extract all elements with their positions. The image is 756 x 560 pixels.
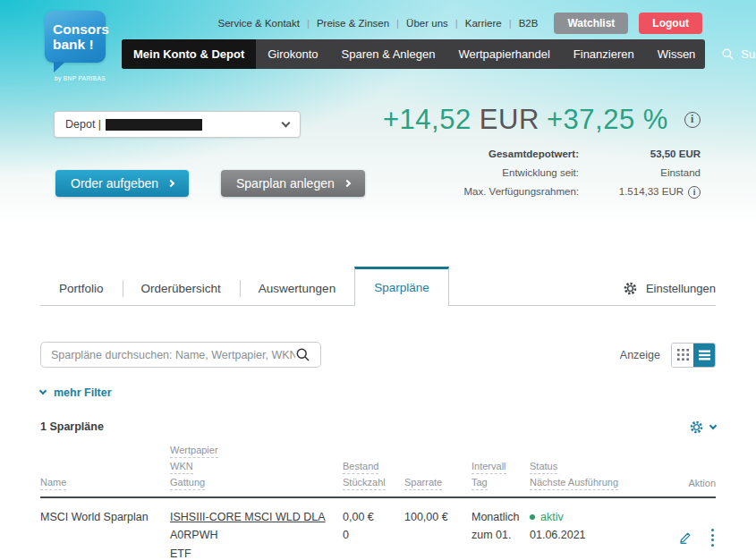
tab-orderuebersicht[interactable]: Orderübersicht bbox=[123, 272, 240, 305]
cell-wertpapier: ISHSIII-CORE MSCI WLD DLA A0RPWH ETF bbox=[170, 510, 343, 560]
sort-wertpapier[interactable]: Wertpapier bbox=[170, 445, 218, 458]
count-row: 1 Sparpläne bbox=[40, 420, 716, 435]
hero-header: Consors bank ! by BNP PARIBAS Service & … bbox=[0, 0, 756, 225]
tab-portfolio[interactable]: Portfolio bbox=[40, 272, 123, 305]
top-link-service-kontakt[interactable]: Service & Kontakt bbox=[215, 18, 303, 29]
kebab-dot bbox=[711, 534, 714, 537]
kebab-dot bbox=[711, 539, 714, 541]
sparplan-anlegen-button[interactable]: Sparplan anlegen bbox=[221, 170, 365, 197]
cell-sparrate: 100,00 € bbox=[404, 510, 471, 560]
top-link-preise-zinsen[interactable]: Preise & Zinsen bbox=[313, 18, 393, 29]
mehr-filter-toggle[interactable]: mehr Filter bbox=[40, 386, 112, 399]
grid-view-button[interactable] bbox=[672, 344, 693, 367]
column-header-status: Status Nächste Ausführung bbox=[530, 461, 655, 490]
depot-selector[interactable]: Depot | bbox=[54, 111, 301, 138]
wkn-value: A0RPWH bbox=[170, 528, 343, 543]
top-nav-separator: | bbox=[452, 18, 462, 29]
tab-sparplaene[interactable]: Sparpläne bbox=[354, 267, 449, 306]
column-header-bestand: Bestand Stückzahl bbox=[343, 461, 404, 490]
sparplan-search-input[interactable] bbox=[51, 349, 295, 361]
pencil-icon bbox=[677, 530, 693, 546]
tab-auswertungen[interactable]: Auswertungen bbox=[240, 272, 354, 305]
gain-absolute-value: +14,52 bbox=[383, 104, 471, 135]
intervall-value: Monatlich bbox=[471, 510, 530, 525]
sparplan-search-box[interactable] bbox=[40, 342, 321, 368]
gain-percent-value: +37,25 % bbox=[547, 104, 668, 135]
stat-value-max-verfuegungsrahmen: 1.514,33 EURi bbox=[582, 186, 701, 199]
nav-search[interactable]: Suche bbox=[707, 39, 756, 69]
gain-percent: +37,25 % i bbox=[547, 104, 701, 136]
sort-wkn[interactable]: WKN bbox=[170, 461, 193, 474]
top-link-b2b[interactable]: B2B bbox=[515, 18, 542, 29]
cell-intervall: Monatlich zum 01. bbox=[471, 510, 530, 560]
watchlist-button[interactable]: Watchlist bbox=[554, 13, 628, 34]
sort-name[interactable]: Name bbox=[40, 477, 66, 490]
list-toolbar: Anzeige bbox=[40, 342, 716, 368]
gain-absolute: +14,52 EUR bbox=[383, 104, 539, 136]
kebab-dot bbox=[711, 529, 714, 531]
depot-content: Portfolio Orderübersicht Auswertungen Sp… bbox=[40, 267, 716, 560]
info-icon[interactable]: i bbox=[688, 186, 701, 199]
list-view-button[interactable] bbox=[693, 344, 715, 367]
sort-bestand[interactable]: Bestand bbox=[343, 461, 378, 474]
gear-icon bbox=[623, 281, 638, 296]
edit-sparplan-button[interactable] bbox=[677, 530, 693, 546]
column-header-intervall: Intervall Tag bbox=[471, 461, 530, 490]
depot-stats: Gesamtdepotwert: 53,50 EUR Entwicklung s… bbox=[464, 148, 701, 199]
chevron-right-icon bbox=[167, 180, 174, 187]
naechste-ausfuehrung-value: 01.06.2021 bbox=[530, 528, 655, 543]
view-toggle bbox=[671, 343, 716, 368]
nav-item-girokonto[interactable]: Girokonto bbox=[256, 39, 329, 69]
tag-value: zum 01. bbox=[471, 528, 530, 543]
nav-item-sparen-anlegen[interactable]: Sparen & Anlegen bbox=[330, 39, 447, 69]
sort-gattung[interactable]: Gattung bbox=[170, 477, 205, 490]
column-header-wertpapier: Wertpapier WKN Gattung bbox=[170, 445, 343, 490]
sort-stueckzahl[interactable]: Stückzahl bbox=[343, 477, 386, 490]
filter-row: mehr Filter bbox=[40, 381, 716, 399]
consorsbank-logo[interactable]: Consors bank ! by BNP PARIBAS bbox=[45, 11, 106, 81]
nav-item-wertpapierhandel[interactable]: Wertpapierhandel bbox=[446, 39, 561, 69]
nav-item-mein-konto-depot[interactable]: Mein Konto & Depot bbox=[122, 39, 256, 69]
stat-value-gesamtdepotwert: 53,50 EUR bbox=[582, 148, 701, 159]
table-header: Name Wertpapier WKN Gattung Bestand Stüc… bbox=[40, 445, 716, 498]
sort-sparrate[interactable]: Sparrate bbox=[404, 477, 442, 490]
table-row: MSCI World Sparplan ISHSIII-CORE MSCI WL… bbox=[40, 498, 716, 560]
cell-status: aktiv 01.06.2021 bbox=[530, 510, 655, 560]
redacted-account-number bbox=[106, 119, 202, 131]
cell-name: MSCI World Sparplan bbox=[40, 510, 170, 560]
sort-naechste-ausfuehrung[interactable]: Nächste Ausführung bbox=[530, 477, 618, 490]
kebab-menu-button[interactable] bbox=[709, 527, 716, 548]
search-icon bbox=[721, 47, 735, 61]
table-settings-button[interactable] bbox=[689, 420, 716, 435]
stat-label-gesamtdepotwert: Gesamtdepotwert: bbox=[464, 148, 580, 159]
depot-tabs: Portfolio Orderübersicht Auswertungen Sp… bbox=[40, 267, 716, 306]
sort-intervall[interactable]: Intervall bbox=[471, 461, 506, 474]
top-link-karriere[interactable]: Karriere bbox=[462, 18, 505, 29]
nav-item-finanzieren[interactable]: Finanzieren bbox=[562, 39, 646, 69]
display-label: Anzeige bbox=[620, 349, 660, 361]
logo-line1: Consors bbox=[53, 21, 106, 37]
column-header-name: Name bbox=[40, 477, 170, 490]
nav-search-label: Suche bbox=[741, 47, 756, 61]
cell-aktion bbox=[655, 510, 716, 560]
info-icon[interactable]: i bbox=[684, 112, 701, 128]
nav-item-wissen[interactable]: Wissen bbox=[646, 39, 708, 69]
search-icon[interactable] bbox=[295, 347, 310, 362]
stat-value-entwicklung-seit: Einstand bbox=[582, 167, 701, 178]
grid-view-icon bbox=[677, 349, 689, 361]
top-link-ueber-uns[interactable]: Über uns bbox=[403, 18, 452, 29]
einstellungen-button[interactable]: Einstellungen bbox=[623, 281, 716, 296]
gear-icon bbox=[689, 420, 704, 435]
sort-status[interactable]: Status bbox=[530, 461, 557, 474]
aktion-header-label: Aktion bbox=[688, 478, 716, 490]
bestand-value: 0,00 € bbox=[343, 510, 404, 525]
sort-tag[interactable]: Tag bbox=[471, 477, 488, 490]
logout-button[interactable]: Logout bbox=[639, 13, 702, 34]
top-nav: Service & Kontakt | Preise & Zinsen | Üb… bbox=[215, 12, 702, 35]
chevron-right-icon bbox=[344, 180, 351, 187]
top-nav-separator: | bbox=[303, 18, 313, 29]
gain-absolute-currency: EUR bbox=[480, 104, 539, 135]
wertpapier-link[interactable]: ISHSIII-CORE MSCI WLD DLA bbox=[170, 510, 343, 525]
order-aufgeben-button[interactable]: Order aufgeben bbox=[55, 170, 189, 197]
depot-performance: +14,52 EUR +37,25 % i bbox=[383, 104, 701, 136]
